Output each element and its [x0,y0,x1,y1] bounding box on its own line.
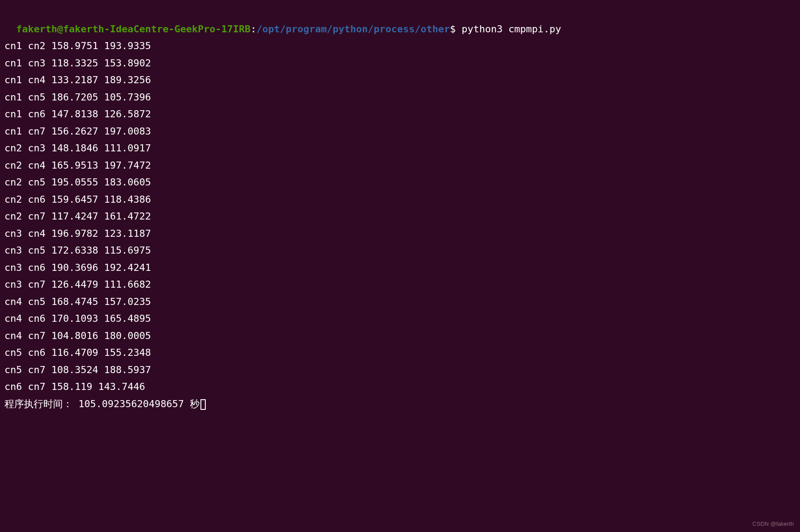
output-line: cn6 cn7 158.119 143.7446 [4,378,796,396]
output-line: cn5 cn7 108.3524 188.5937 [4,362,796,379]
watermark-text: CSDN @fakerth [753,519,794,529]
output-line: cn2 cn3 148.1846 111.0917 [4,140,796,157]
output-line: cn1 cn5 186.7205 105.7396 [4,89,796,106]
output-line: cn1 cn7 156.2627 197.0083 [4,123,796,140]
output-line: cn1 cn6 147.8138 126.5872 [4,106,796,123]
output-line: cn2 cn6 159.6457 118.4386 [4,191,796,208]
prompt-colon: : [250,23,256,35]
output-line: cn4 cn7 104.8016 180.0005 [4,328,796,345]
output-line: cn2 cn5 195.0555 183.0605 [4,174,796,191]
output-line: cn4 cn5 168.4745 157.0235 [4,293,796,311]
prompt-path: /opt/program/python/process/other [257,23,450,35]
output-line: cn1 cn3 118.3325 153.8902 [4,55,796,72]
output-line: cn3 cn4 196.9782 123.1187 [4,225,796,243]
output-line: cn3 cn7 126.4479 111.6682 [4,276,796,293]
output-line: cn2 cn7 117.4247 161.4722 [4,208,796,225]
output-line: cn4 cn6 170.1093 165.4895 [4,310,796,328]
output-line: cn2 cn4 165.9513 197.7472 [4,157,796,174]
output-line: cn5 cn6 116.4709 155.2348 [4,344,796,362]
output-line: cn3 cn5 172.6338 115.6975 [4,242,796,259]
prompt-user-host: fakerth@fakerth-IdeaCentre-GeekPro-17IRB [16,23,251,35]
terminal-output: cn1 cn2 158.9751 193.9335cn1 cn3 118.332… [4,38,796,396]
terminal-prompt-line: fakerth@fakerth-IdeaCentre-GeekPro-17IRB… [4,4,796,38]
terminal-cursor [200,399,206,410]
execution-time-line: 程序执行时间： 105.09235620498657 秒 [4,396,796,413]
prompt-dollar: $ [450,23,456,35]
output-line: cn1 cn4 133.2187 189.3256 [4,72,796,89]
prompt-command[interactable]: python3 cmpmpi.py [456,23,561,35]
output-line: cn1 cn2 158.9751 193.9335 [4,38,796,55]
output-line: cn3 cn6 190.3696 192.4241 [4,259,796,277]
